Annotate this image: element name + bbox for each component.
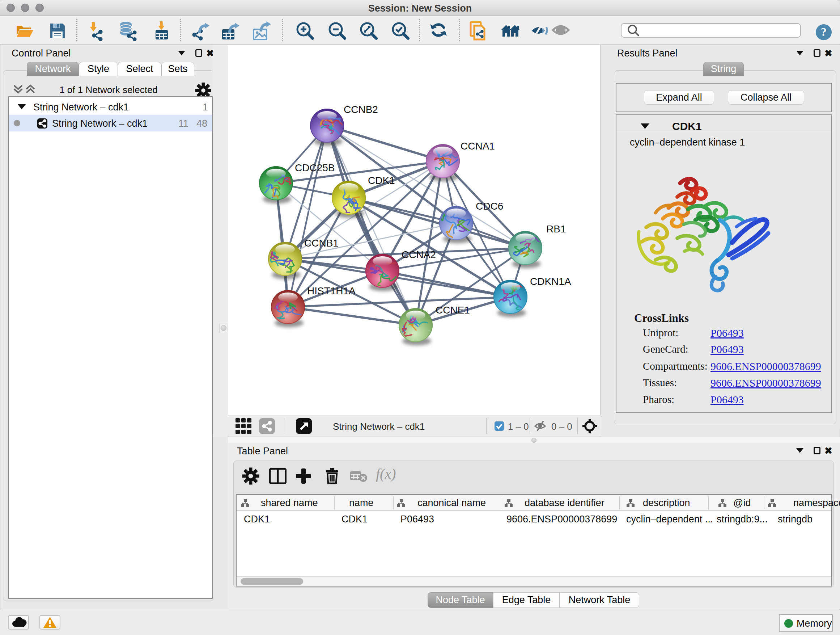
svg-text:CCNA2: CCNA2 <box>401 249 436 260</box>
svg-text:CDKN1A: CDKN1A <box>530 276 571 287</box>
svg-text:CCNE1: CCNE1 <box>436 304 470 316</box>
svg-text:CCNB1: CCNB1 <box>304 238 339 249</box>
svg-text:CCNB2: CCNB2 <box>344 104 378 115</box>
svg-text:CCNA1: CCNA1 <box>461 141 495 152</box>
svg-text:RB1: RB1 <box>546 223 566 234</box>
svg-text:CDC6: CDC6 <box>476 201 503 212</box>
svg-text:?: ? <box>821 25 827 38</box>
svg-text:CDC25B: CDC25B <box>295 162 335 173</box>
svg-text:HIST1H1A: HIST1H1A <box>307 285 355 296</box>
svg-text:CDK1: CDK1 <box>368 175 395 186</box>
